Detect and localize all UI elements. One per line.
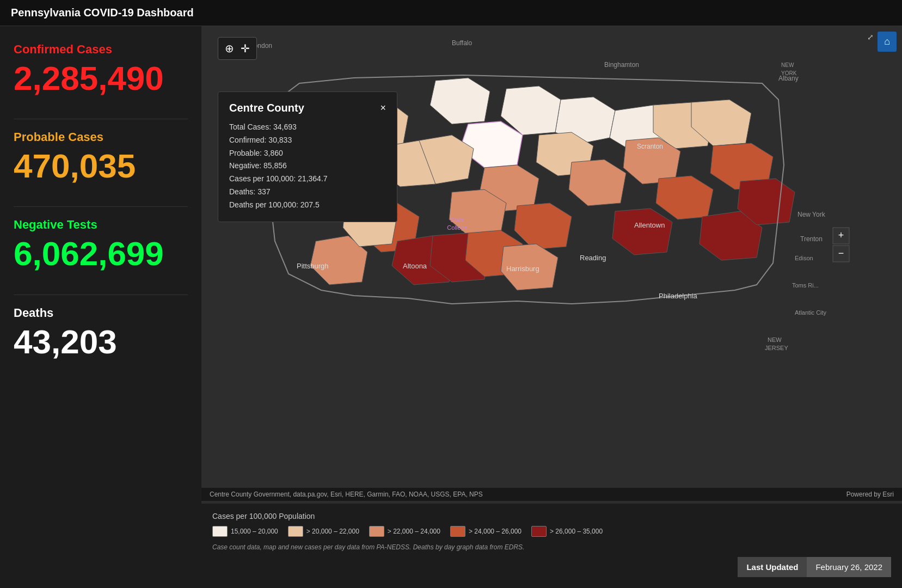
svg-text:Toms Ri...: Toms Ri... [792,282,819,289]
legend-item: > 22,000 – 24,000 [369,526,440,537]
svg-text:Trenton: Trenton [800,235,823,243]
pan-button[interactable]: ✛ [241,42,250,55]
legend-area: Cases per 100,000 Population 15,000 – 20… [201,504,902,588]
svg-text:Edison: Edison [795,255,813,261]
probable-value: 470,035 [14,148,188,185]
legend-item: > 20,000 – 22,000 [288,526,359,537]
page-title: Pennsylvania COVID-19 Dashboard [11,7,194,19]
svg-text:NEW: NEW [781,62,794,68]
svg-text:Pittsburgh: Pittsburgh [297,262,329,270]
legend-range: > 20,000 – 22,000 [306,528,359,535]
negative-label: Negative Tests [14,218,188,232]
svg-text:College: College [447,224,467,231]
svg-text:YORK: YORK [781,70,797,76]
divider-3 [14,295,188,295]
last-updated-value: February 26, 2022 [807,557,891,577]
zoom-controls[interactable]: ⊕ ✛ [218,37,257,60]
svg-text:Scranton: Scranton [637,143,663,150]
probable-label: Probable Cases [14,130,188,144]
home-button[interactable]: ⌂ [878,32,897,52]
svg-text:Reading: Reading [580,254,606,262]
powered-by: Powered by Esri [846,491,894,498]
home-icon: ⌂ [884,36,890,47]
last-updated-label: Last Updated [738,557,807,577]
svg-text:Altoona: Altoona [403,262,427,270]
attribution-bar: Centre County Government, data.pa.gov, E… [201,488,902,501]
confirmed-cases-block: Confirmed Cases 2,285,490 [14,42,188,97]
deaths-value: 43,203 [14,323,188,360]
deaths-block: Deaths 43,203 [14,306,188,360]
legend-item: > 24,000 – 26,000 [450,526,521,537]
legend-item: 15,000 – 20,000 [212,526,278,537]
tooltip-body: Total Cases: 34,693Confirmed: 30,833Prob… [229,121,386,212]
svg-text:New York: New York [797,211,826,218]
svg-text:Philadelphia: Philadelphia [659,292,698,300]
divider-2 [14,206,188,207]
legend-swatch [450,526,465,537]
main-layout: Confirmed Cases 2,285,490 Probable Cases… [0,26,902,588]
footnote: Case count data, map and new cases per d… [212,543,891,551]
tooltip-title: Centre County [229,102,304,114]
negative-tests-block: Negative Tests 6,062,699 [14,218,188,272]
legend-range: > 22,000 – 24,000 [388,528,440,535]
confirmed-value: 2,285,490 [14,60,188,97]
svg-text:Binghamton: Binghamton [604,61,639,69]
svg-text:−: − [838,248,844,259]
legend-item: > 26,000 – 35,000 [531,526,603,537]
legend-title: Cases per 100,000 Population [212,512,891,520]
legend-range: > 24,000 – 26,000 [469,528,521,535]
sidebar: Confirmed Cases 2,285,490 Probable Cases… [0,26,201,588]
svg-text:Buffalo: Buffalo [452,39,472,47]
legend-range: > 26,000 – 35,000 [550,528,603,535]
map-area[interactable]: Pittsburgh Altoona Harrisburg Reading Al… [201,26,902,588]
confirmed-label: Confirmed Cases [14,42,188,57]
svg-text:State: State [450,217,464,223]
divider-1 [14,119,188,119]
svg-text:JERSEY: JERSEY [765,345,788,351]
legend-range: 15,000 – 20,000 [231,528,278,535]
negative-value: 6,062,699 [14,235,188,272]
county-tooltip: Centre County × Total Cases: 34,693Confi… [218,91,397,222]
svg-text:+: + [838,230,844,241]
svg-text:Atlantic City: Atlantic City [795,309,827,316]
attribution-text: Centre County Government, data.pa.gov, E… [210,491,483,498]
tooltip-header: Centre County × [229,102,386,114]
zoom-in-button[interactable]: ⊕ [225,42,234,55]
deaths-label: Deaths [14,306,188,320]
last-updated-box: Last Updated February 26, 2022 [738,557,891,577]
legend-swatch [212,526,228,537]
svg-text:NEW: NEW [768,336,782,343]
legend-swatch [531,526,547,537]
legend-swatch [369,526,384,537]
title-bar: Pennsylvania COVID-19 Dashboard [0,0,902,26]
svg-text:Allentown: Allentown [634,221,665,229]
legend-swatch [288,526,303,537]
expand-icon[interactable]: ⤢ [867,33,874,41]
legend-items: 15,000 – 20,000> 20,000 – 22,000> 22,000… [212,526,891,537]
svg-text:Harrisburg: Harrisburg [506,265,539,273]
probable-cases-block: Probable Cases 470,035 [14,130,188,185]
tooltip-close-button[interactable]: × [380,102,386,114]
